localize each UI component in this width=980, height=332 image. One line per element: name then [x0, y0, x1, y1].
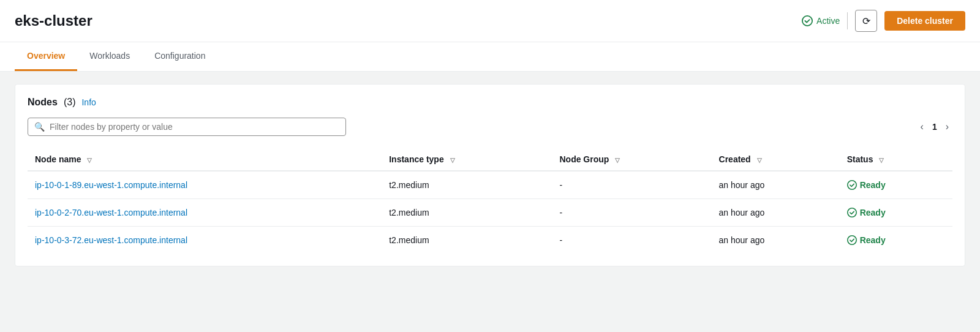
svg-point-0 [802, 16, 812, 26]
cell-node-group: - [552, 171, 711, 199]
delete-cluster-button[interactable]: Delete cluster [884, 11, 965, 31]
page-header: eks-cluster Active ⟳ Delete cluster [0, 0, 980, 42]
node-link[interactable]: ip-10-0-3-72.eu-west-1.compute.internal [35, 235, 187, 245]
tab-configuration[interactable]: Configuration [142, 42, 217, 71]
cell-instance-type: t2.medium [382, 171, 552, 199]
cell-instance-type: t2.medium [382, 199, 552, 227]
node-link[interactable]: ip-10-0-2-70.eu-west-1.compute.internal [35, 208, 187, 217]
ready-icon [847, 208, 857, 217]
svg-point-2 [847, 208, 856, 217]
vertical-divider [847, 12, 848, 29]
ready-icon [847, 180, 857, 190]
cell-instance-type: t2.medium [382, 227, 552, 254]
col-node-group: Node Group ▽ [552, 148, 711, 171]
active-icon [802, 15, 813, 26]
svg-point-1 [847, 181, 856, 189]
node-link[interactable]: ip-10-0-1-89.eu-west-1.compute.internal [35, 180, 187, 190]
search-icon: 🔍 [34, 122, 45, 132]
col-node-name: Node name ▽ [28, 148, 382, 171]
tab-overview[interactable]: Overview [15, 42, 77, 71]
nodes-table: Node name ▽ Instance type ▽ Node Group ▽… [28, 148, 952, 254]
nodes-count: (3) [64, 97, 76, 108]
sort-icon-status: ▽ [879, 157, 884, 164]
nodes-card: Nodes (3) Info 🔍 ‹ 1 › Node name ▽ [15, 84, 965, 266]
table-row: ip-10-0-3-72.eu-west-1.compute.internal … [28, 227, 952, 254]
search-box: 🔍 [28, 118, 346, 136]
search-input[interactable] [50, 122, 339, 132]
info-link[interactable]: Info [81, 97, 96, 107]
cell-node-name: ip-10-0-3-72.eu-west-1.compute.internal [28, 227, 382, 254]
sort-icon-instance-type: ▽ [450, 157, 455, 164]
cell-created: an hour ago [712, 199, 840, 227]
header-actions: Active ⟳ Delete cluster [802, 10, 965, 32]
cell-node-group: - [552, 199, 711, 227]
page-title: eks-cluster [15, 12, 92, 29]
col-status: Status ▽ [840, 148, 952, 171]
cell-status: Ready [840, 171, 952, 199]
tab-workloads[interactable]: Workloads [77, 42, 142, 71]
ready-icon [847, 235, 857, 245]
svg-point-3 [847, 236, 856, 244]
sort-icon-created: ▽ [757, 157, 762, 164]
table-row: ip-10-0-1-89.eu-west-1.compute.internal … [28, 171, 952, 199]
nodes-title: Nodes [28, 97, 58, 108]
cell-node-name: ip-10-0-2-70.eu-west-1.compute.internal [28, 199, 382, 227]
col-created: Created ▽ [712, 148, 840, 171]
table-body: ip-10-0-1-89.eu-west-1.compute.internal … [28, 171, 952, 254]
page-number: 1 [932, 122, 937, 132]
col-instance-type: Instance type ▽ [382, 148, 552, 171]
refresh-icon: ⟳ [862, 15, 870, 27]
status-ready: Ready [847, 180, 945, 190]
cell-status: Ready [840, 227, 952, 254]
pagination: ‹ 1 › [917, 119, 952, 135]
sort-icon-node-name: ▽ [87, 157, 92, 164]
cell-created: an hour ago [712, 171, 840, 199]
status-badge: Active [802, 15, 840, 26]
status-ready: Ready [847, 235, 945, 245]
refresh-button[interactable]: ⟳ [855, 10, 877, 32]
cell-node-name: ip-10-0-1-89.eu-west-1.compute.internal [28, 171, 382, 199]
cell-created: an hour ago [712, 227, 840, 254]
status-ready: Ready [847, 208, 945, 217]
sort-icon-node-group: ▽ [615, 157, 620, 164]
next-page-button[interactable]: › [942, 119, 952, 135]
status-label: Active [816, 16, 840, 26]
main-content: Nodes (3) Info 🔍 ‹ 1 › Node name ▽ [0, 72, 980, 279]
nodes-card-header: Nodes (3) Info [28, 97, 952, 108]
cell-node-group: - [552, 227, 711, 254]
search-container: 🔍 ‹ 1 › [28, 118, 952, 136]
prev-page-button[interactable]: ‹ [917, 119, 927, 135]
cell-status: Ready [840, 199, 952, 227]
table-header: Node name ▽ Instance type ▽ Node Group ▽… [28, 148, 952, 171]
tabs-container: Overview Workloads Configuration [0, 42, 980, 72]
table-row: ip-10-0-2-70.eu-west-1.compute.internal … [28, 199, 952, 227]
